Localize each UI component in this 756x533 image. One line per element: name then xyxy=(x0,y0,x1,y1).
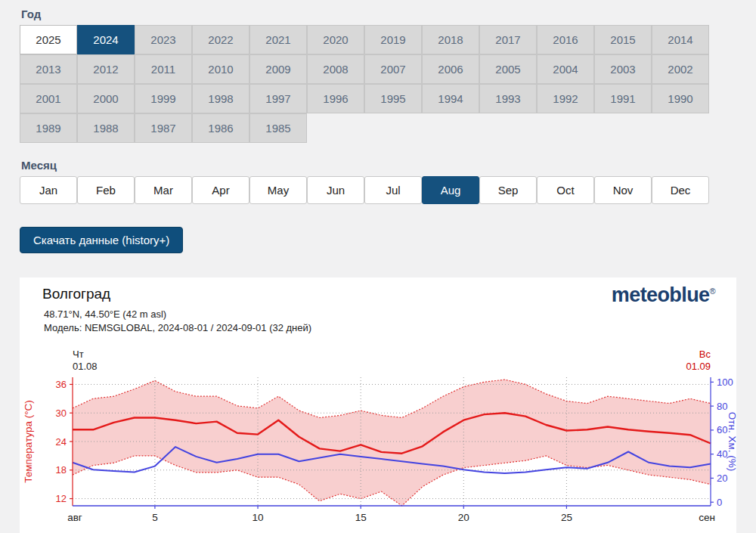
left-tick-label: 12 xyxy=(56,493,67,504)
year-button-1998[interactable]: 1998 xyxy=(192,84,249,113)
year-button-1993[interactable]: 1993 xyxy=(479,84,537,113)
year-button-2004[interactable]: 2004 xyxy=(537,54,594,84)
chart-model-info: Модель: NEMSGLOBAL, 2024-08-01 / 2024-09… xyxy=(44,322,311,333)
month-picker-label: Месяц xyxy=(21,159,756,172)
end-weekday-label: Вс xyxy=(699,349,711,360)
x-tick-label: 5 xyxy=(152,512,158,523)
month-button-oct[interactable]: Oct xyxy=(537,176,594,204)
month-button-sep[interactable]: Sep xyxy=(479,176,537,204)
start-weekday-label: Чт xyxy=(73,349,84,360)
registered-mark: ® xyxy=(709,287,715,296)
year-button-1999[interactable]: 1999 xyxy=(135,84,192,113)
page: Год 202520242023202220212020201920182017… xyxy=(0,0,756,533)
year-button-2024[interactable]: 2024 xyxy=(77,25,135,54)
year-button-1992[interactable]: 1992 xyxy=(537,84,594,113)
year-button-2009[interactable]: 2009 xyxy=(249,54,307,84)
meteoblue-logo: meteoblue® xyxy=(612,284,715,307)
year-button-1997[interactable]: 1997 xyxy=(249,84,307,113)
download-data-button[interactable]: Скачать данные (history+) xyxy=(20,227,183,253)
right-tick-label: 60 xyxy=(717,424,727,435)
year-button-2021[interactable]: 2021 xyxy=(249,25,307,54)
year-button-1989[interactable]: 1989 xyxy=(20,113,77,143)
year-grid: 2025202420232022202120202019201820172016… xyxy=(20,25,710,143)
right-tick-label: 100 xyxy=(717,377,733,388)
month-button-aug[interactable]: Aug xyxy=(422,176,479,204)
year-button-2014[interactable]: 2014 xyxy=(652,25,709,54)
month-button-jul[interactable]: Jul xyxy=(364,176,422,204)
year-button-2001[interactable]: 2001 xyxy=(20,84,77,113)
chart-coordinates: 48.71°N, 44.50°E (42 m asl) xyxy=(44,308,166,320)
year-button-2016[interactable]: 2016 xyxy=(537,25,594,54)
month-button-may[interactable]: May xyxy=(249,176,307,204)
year-button-2017[interactable]: 2017 xyxy=(479,25,537,54)
right-axis-title: Отн. Хм. (%) xyxy=(727,412,736,471)
year-button-2025[interactable]: 2025 xyxy=(20,25,77,54)
chart-card: Волгоград 48.71°N, 44.50°E (42 m asl) Мо… xyxy=(20,277,736,533)
x-tick-label: 25 xyxy=(561,512,572,523)
year-picker-label: Год xyxy=(21,8,756,20)
left-tick-label: 18 xyxy=(56,464,67,476)
year-button-2020[interactable]: 2020 xyxy=(307,25,364,54)
year-button-1996[interactable]: 1996 xyxy=(307,84,364,113)
right-tick-label: 0 xyxy=(717,497,722,508)
year-button-1987[interactable]: 1987 xyxy=(135,113,192,143)
year-button-1986[interactable]: 1986 xyxy=(192,113,249,143)
left-tick-label: 36 xyxy=(56,379,67,390)
right-tick-label: 80 xyxy=(717,401,727,412)
year-button-2019[interactable]: 2019 xyxy=(364,25,422,54)
year-button-1995[interactable]: 1995 xyxy=(364,84,422,113)
month-grid: JanFebMarAprMayJunJulAugSepOctNovDec xyxy=(20,176,710,204)
history-weather-chart: 1218243036020406080100510152025авгсенЧт0… xyxy=(20,347,736,533)
year-button-1994[interactable]: 1994 xyxy=(422,84,479,113)
x-tick-label: 20 xyxy=(458,512,469,523)
right-tick-label: 40 xyxy=(717,448,727,460)
month-button-jun[interactable]: Jun xyxy=(307,176,364,204)
right-tick-label: 20 xyxy=(717,473,727,484)
year-button-2023[interactable]: 2023 xyxy=(135,25,192,54)
year-button-1990[interactable]: 1990 xyxy=(652,84,709,113)
x-start-label: авг xyxy=(67,512,82,523)
meteoblue-wordmark: meteoblue xyxy=(612,284,710,306)
month-button-dec[interactable]: Dec xyxy=(652,176,709,204)
year-button-1988[interactable]: 1988 xyxy=(77,113,135,143)
year-button-2010[interactable]: 2010 xyxy=(192,54,249,84)
end-date-label: 01.09 xyxy=(686,361,711,372)
left-tick-label: 30 xyxy=(56,407,67,419)
year-button-2000[interactable]: 2000 xyxy=(77,84,135,113)
temperature-range-band xyxy=(73,380,711,506)
x-tick-label: 10 xyxy=(253,512,264,523)
year-button-1985[interactable]: 1985 xyxy=(249,113,307,143)
year-button-2005[interactable]: 2005 xyxy=(479,54,537,84)
year-button-2008[interactable]: 2008 xyxy=(307,54,364,84)
chart-location-title: Волгоград xyxy=(42,286,110,302)
year-button-2013[interactable]: 2013 xyxy=(20,54,77,84)
month-button-mar[interactable]: Mar xyxy=(135,176,192,204)
year-button-2011[interactable]: 2011 xyxy=(135,54,192,84)
left-axis-title: Температура (°C) xyxy=(23,400,34,483)
year-button-2022[interactable]: 2022 xyxy=(192,25,249,54)
year-button-2006[interactable]: 2006 xyxy=(422,54,479,84)
year-button-2003[interactable]: 2003 xyxy=(594,54,652,84)
month-button-feb[interactable]: Feb xyxy=(77,176,135,204)
year-button-2015[interactable]: 2015 xyxy=(594,25,652,54)
x-end-label: сен xyxy=(699,512,715,523)
x-tick-label: 15 xyxy=(355,512,367,523)
month-button-nov[interactable]: Nov xyxy=(594,176,652,204)
month-button-jan[interactable]: Jan xyxy=(20,176,77,204)
year-button-2007[interactable]: 2007 xyxy=(364,54,422,84)
start-date-label: 01.08 xyxy=(73,361,98,372)
month-button-apr[interactable]: Apr xyxy=(192,176,249,204)
year-button-2018[interactable]: 2018 xyxy=(422,25,479,54)
year-button-2012[interactable]: 2012 xyxy=(77,54,135,84)
year-button-1991[interactable]: 1991 xyxy=(594,84,652,113)
year-button-2002[interactable]: 2002 xyxy=(652,54,709,84)
left-tick-label: 24 xyxy=(56,436,67,448)
